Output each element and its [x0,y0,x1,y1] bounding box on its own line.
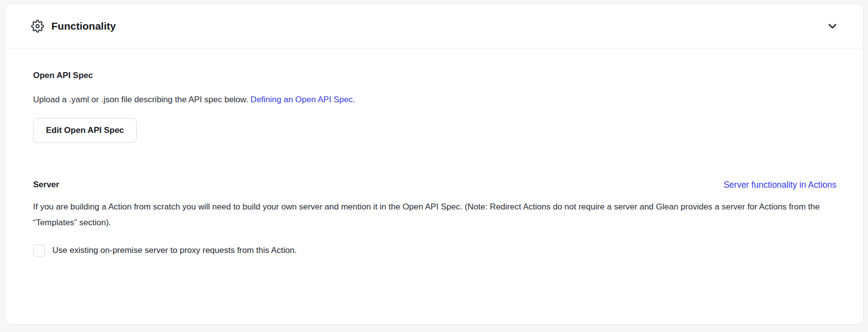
server-section: Server Server functionality in Actions I… [33,179,836,256]
defining-open-api-spec-link[interactable]: Defining an Open API Spec. [250,95,355,104]
card-header: Functionality [5,4,863,48]
server-description: If you are building a Action from scratc… [33,199,836,231]
open-api-spec-description: Upload a .yaml or .json file describing … [33,92,836,107]
edit-open-api-spec-button[interactable]: Edit Open API Spec [33,118,137,143]
functionality-card: Functionality Open API Spec Upload a .ya… [4,3,864,325]
server-heading-row: Server Server functionality in Actions [33,179,836,190]
gear-icon [31,20,44,33]
card-body: Open API Spec Upload a .yaml or .json fi… [5,48,863,256]
collapse-section-button[interactable] [825,18,840,34]
on-premise-checkbox-label: Use existing on-premise server to proxy … [52,246,297,255]
server-functionality-link[interactable]: Server functionality in Actions [723,179,836,190]
on-premise-checkbox-row: Use existing on-premise server to proxy … [33,245,836,256]
open-api-spec-heading: Open API Spec [33,70,836,81]
server-heading: Server [33,179,59,190]
on-premise-server-checkbox[interactable] [33,245,45,256]
open-api-spec-section: Open API Spec Upload a .yaml or .json fi… [33,70,836,143]
open-api-spec-description-text: Upload a .yaml or .json file describing … [33,95,250,104]
card-title: Functionality [51,20,116,32]
chevron-down-icon [826,20,839,33]
